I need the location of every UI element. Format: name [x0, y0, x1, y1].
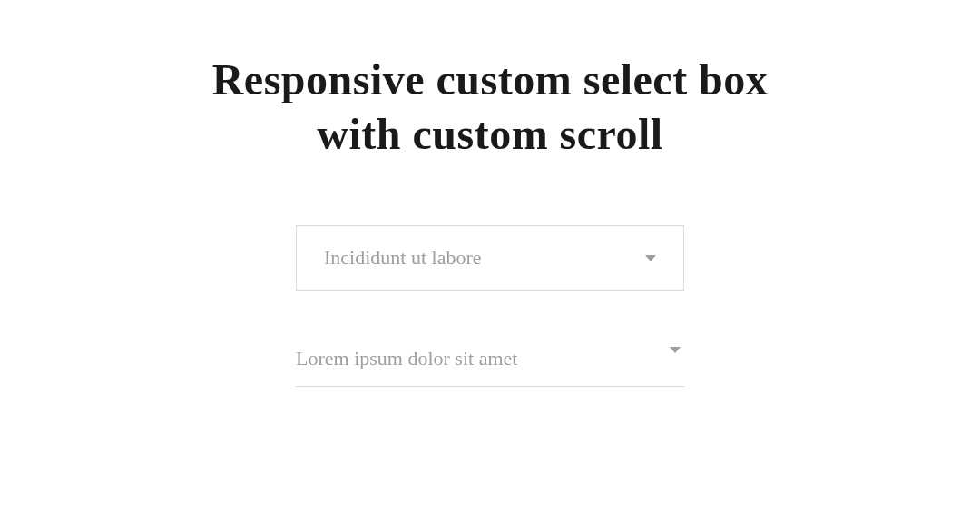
- select-box-2[interactable]: Lorem ipsum dolor sit amet: [296, 341, 684, 387]
- select-value: Incididunt ut labore: [324, 246, 645, 270]
- select-box-1[interactable]: Incididunt ut labore: [296, 225, 684, 291]
- page-title: Responsive custom select box with custom…: [172, 53, 808, 162]
- select-value: Lorem ipsum dolor sit amet: [296, 347, 670, 370]
- chevron-down-icon: [670, 347, 681, 353]
- chevron-down-icon: [645, 255, 656, 261]
